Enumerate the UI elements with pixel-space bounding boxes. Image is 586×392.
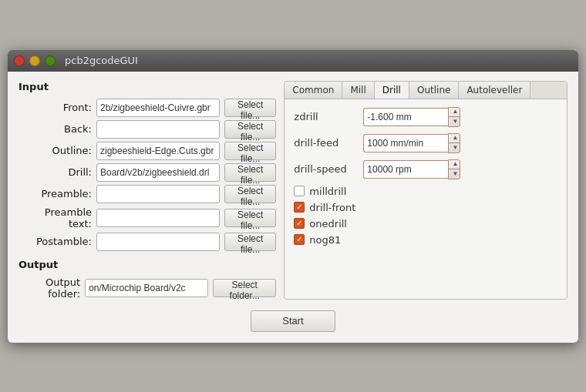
drill-input[interactable] xyxy=(96,163,220,182)
drill-feed-input-wrap: ▲ ▼ xyxy=(363,133,460,153)
checkbox-row-onedrill: onedrill xyxy=(294,218,557,230)
drill-feed-label: drill-feed xyxy=(294,137,363,149)
drill-feed-down[interactable]: ▼ xyxy=(449,143,460,152)
onedrill-checkbox[interactable] xyxy=(294,218,305,229)
preamble-input[interactable] xyxy=(96,185,220,203)
postamble-label: Postamble: xyxy=(19,236,92,247)
outline-label: Outline: xyxy=(19,145,92,156)
tab-common[interactable]: Common xyxy=(285,82,342,99)
postamble-input[interactable] xyxy=(96,233,220,251)
output-section: Output Output folder: Select folder... xyxy=(19,259,276,300)
drill-speed-down[interactable]: ▼ xyxy=(449,169,460,179)
param-row-zdrill: zdrill ▲ ▼ xyxy=(294,107,557,127)
output-row: Output folder: Select folder... xyxy=(19,276,276,300)
front-select-btn[interactable]: Select file... xyxy=(224,99,276,117)
drill-feed-up[interactable]: ▲ xyxy=(449,134,460,143)
postamble-select-btn[interactable]: Select file... xyxy=(224,233,276,251)
window-body: Input Front: Select file... Back: Select… xyxy=(8,72,578,343)
input-row-preamble-text: Preamble text: Select file... xyxy=(19,206,276,230)
input-row-front: Front: Select file... xyxy=(19,99,276,117)
output-folder-select-btn[interactable]: Select folder... xyxy=(213,279,276,297)
start-button[interactable]: Start xyxy=(251,310,335,332)
input-row-postamble: Postamble: Select file... xyxy=(19,233,276,251)
param-row-drill-speed: drill-speed ▲ ▼ xyxy=(294,159,557,179)
zdrill-up[interactable]: ▲ xyxy=(449,108,460,117)
zdrill-input[interactable] xyxy=(363,108,448,126)
front-input[interactable] xyxy=(96,99,220,117)
drill-select-btn[interactable]: Select file... xyxy=(224,163,276,182)
left-panel: Input Front: Select file... Back: Select… xyxy=(19,81,276,300)
milldrill-checkbox[interactable] xyxy=(294,186,305,196)
input-section: Input Front: Select file... Back: Select… xyxy=(19,81,276,251)
close-button[interactable] xyxy=(14,55,25,66)
drill-speed-up[interactable]: ▲ xyxy=(449,160,460,169)
main-window: pcb2gcodeGUI Input Front: Select file...… xyxy=(8,50,578,343)
zdrill-input-wrap: ▲ ▼ xyxy=(363,107,460,127)
zdrill-down[interactable]: ▼ xyxy=(449,117,460,126)
zdrill-label: zdrill xyxy=(294,111,363,122)
minimize-button[interactable] xyxy=(29,55,40,66)
nog81-label: nog81 xyxy=(309,234,341,246)
drill-front-label: drill-front xyxy=(309,202,355,213)
param-row-drill-feed: drill-feed ▲ ▼ xyxy=(294,133,557,153)
drill-label: Drill: xyxy=(19,166,92,178)
drill-speed-label: drill-speed xyxy=(294,163,363,175)
drill-feed-input[interactable] xyxy=(363,134,448,152)
tab-autoleveller[interactable]: Autoleveller xyxy=(459,82,530,99)
drill-speed-spinner: ▲ ▼ xyxy=(448,159,460,179)
output-folder-input[interactable] xyxy=(85,279,208,297)
drill-speed-input-wrap: ▲ ▼ xyxy=(363,159,460,179)
drill-speed-input[interactable] xyxy=(363,160,448,179)
outline-select-btn[interactable]: Select file... xyxy=(224,142,276,160)
milldrill-label: milldrill xyxy=(309,186,346,197)
onedrill-label: onedrill xyxy=(309,218,347,230)
outline-input[interactable] xyxy=(96,142,220,160)
input-row-preamble: Preamble: Select file... xyxy=(19,185,276,203)
titlebar: pcb2gcodeGUI xyxy=(8,50,578,72)
input-row-drill: Drill: Select file... xyxy=(19,163,276,182)
main-content: Input Front: Select file... Back: Select… xyxy=(19,81,567,300)
preamble-text-input[interactable] xyxy=(96,209,220,227)
back-input[interactable] xyxy=(96,120,220,139)
checkbox-row-milldrill: milldrill xyxy=(294,186,557,197)
maximize-button[interactable] xyxy=(45,55,56,66)
output-section-label: Output xyxy=(19,259,276,270)
preamble-text-label: Preamble text: xyxy=(19,206,92,230)
back-label: Back: xyxy=(19,123,92,135)
window-title: pcb2gcodeGUI xyxy=(65,55,138,66)
preamble-label: Preamble: xyxy=(19,188,92,199)
drill-front-checkbox[interactable] xyxy=(294,202,305,213)
tabs: Common Mill Drill Outline Autoleveller xyxy=(285,82,567,99)
input-row-outline: Outline: Select file... xyxy=(19,142,276,160)
input-section-label: Input xyxy=(19,81,276,92)
zdrill-spinner: ▲ ▼ xyxy=(448,107,460,127)
checkbox-row-nog81: nog81 xyxy=(294,234,557,246)
nog81-checkbox[interactable] xyxy=(294,234,305,245)
start-bar: Start xyxy=(19,310,567,332)
drill-feed-spinner: ▲ ▼ xyxy=(448,133,460,153)
input-row-back: Back: Select file... xyxy=(19,120,276,139)
preamble-select-btn[interactable]: Select file... xyxy=(224,185,276,203)
tab-outline[interactable]: Outline xyxy=(409,82,459,99)
checkbox-row-drill-front: drill-front xyxy=(294,202,557,213)
front-label: Front: xyxy=(19,102,92,113)
right-panel: Common Mill Drill Outline Autoleveller z… xyxy=(284,81,567,300)
drill-tab-content: zdrill ▲ ▼ drill-feed xyxy=(285,99,567,258)
back-select-btn[interactable]: Select file... xyxy=(224,120,276,139)
output-folder-label: Output folder: xyxy=(19,276,80,300)
tab-drill[interactable]: Drill xyxy=(375,82,409,99)
tab-mill[interactable]: Mill xyxy=(342,82,374,99)
preamble-text-select-btn[interactable]: Select file... xyxy=(224,209,276,227)
